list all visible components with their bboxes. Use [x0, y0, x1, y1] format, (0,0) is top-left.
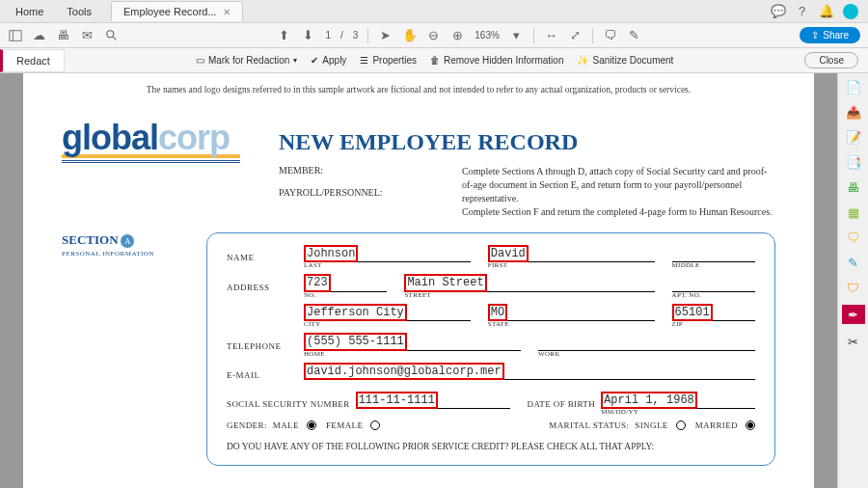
addr-street-value: Main Street	[404, 274, 486, 291]
highlight-icon[interactable]: ✎	[627, 28, 641, 42]
fit-width-icon[interactable]: ↔	[544, 28, 558, 42]
disclaimer-text: The names and logo designs referred to i…	[62, 85, 775, 95]
share-label: Share	[823, 30, 849, 41]
combine-icon[interactable]: ▦	[846, 204, 861, 220]
hand-icon[interactable]: ✋	[402, 28, 417, 42]
form-box: NAME JohnsonLAST DavidFIRST MIDDLE ADDRE…	[206, 232, 775, 466]
share-icon: ⇪	[811, 30, 819, 41]
single-radio[interactable]	[676, 420, 686, 430]
section-badge: A	[121, 234, 134, 248]
bell-icon[interactable]: 🔔	[819, 4, 833, 18]
main-toolbar: ☁ 🖶 ✉ ⬆ ⬇ 1 / 3 ➤ ✋ ⊖ ⊕ 163% ▾ ↔ ⤢ 🗨 ✎ ⇪…	[0, 23, 868, 48]
help-icon[interactable]: ?	[795, 4, 809, 18]
redact-tool-icon[interactable]: ✒	[842, 305, 865, 324]
email-value: david.johnson@globalcorp.mer	[304, 363, 504, 380]
fit-page-icon[interactable]: ⤢	[568, 28, 583, 42]
right-tool-panel: 📄 📤 📝 📑 🖶 ▦ 🗨 ✎ 🛡 ✒ ✂	[837, 73, 868, 488]
mark-for-redaction-button[interactable]: ▭Mark for Redaction ▾	[196, 55, 297, 66]
female-radio[interactable]	[370, 420, 380, 430]
zoom-in-icon[interactable]: ⊕	[450, 28, 465, 42]
page-down-icon[interactable]: ⬇	[301, 28, 315, 42]
apply-button[interactable]: ✔Apply	[311, 55, 346, 66]
pointer-icon[interactable]: ➤	[378, 28, 393, 42]
telephone-label: TELEPHONE	[227, 341, 304, 351]
ssn-label: SOCIAL SECURITY NUMBER	[227, 399, 350, 409]
page-sep: /	[340, 30, 343, 41]
svg-rect-0	[9, 30, 20, 41]
sanitize-icon: ✨	[577, 55, 588, 66]
svg-line-3	[112, 36, 116, 40]
redact-mode-label: Redact	[0, 49, 65, 72]
dob-label: DATE OF BIRTH	[528, 399, 596, 409]
prior-service-label: DO YOU HAVE ANY OF THE FOLLOWING PRIOR S…	[227, 442, 755, 451]
document-viewport[interactable]: The names and logo designs referred to i…	[0, 73, 837, 488]
protect-icon[interactable]: 🛡	[846, 280, 861, 295]
main-area: ▶ The names and logo designs referred to…	[0, 73, 868, 488]
logo: globalcorp	[62, 118, 240, 219]
save-icon[interactable]: ☁	[32, 28, 46, 42]
print-icon[interactable]: 🖶	[56, 28, 70, 42]
addr-city-value: Jefferson City	[304, 304, 407, 321]
close-tab-icon[interactable]: ✕	[223, 7, 231, 17]
svg-point-2	[106, 30, 113, 37]
search-icon[interactable]	[104, 28, 119, 42]
remove-icon: 🗑	[430, 55, 440, 66]
more-tools-icon[interactable]: ✂	[846, 334, 861, 349]
gender-label: GENDER:	[227, 420, 267, 430]
addr-zip-value: 65101	[672, 304, 713, 321]
chevron-down-icon[interactable]: ▾	[509, 28, 524, 42]
name-label: NAME	[227, 253, 304, 262]
organize-icon[interactable]: 🖶	[846, 179, 861, 195]
tab-document[interactable]: Employee Record... ✕	[111, 1, 243, 21]
section-header: SECTION A PERSONAL INFORMATION	[62, 232, 187, 466]
tab-tools[interactable]: Tools	[55, 2, 103, 21]
phone-home-value: (555) 555-1111	[304, 333, 407, 350]
dob-value: April 1, 1968	[601, 392, 697, 409]
app-tab-bar: Home Tools Employee Record... ✕ 💬 ? 🔔	[0, 0, 868, 23]
page-total: 3	[353, 30, 359, 41]
create-pdf-icon[interactable]: 📄	[846, 79, 861, 95]
ssn-value: 111-11-1111	[356, 392, 438, 409]
redact-toolbar: Redact ▭Mark for Redaction ▾ ✔Apply ☰Pro…	[0, 48, 868, 73]
mail-icon[interactable]: ✉	[80, 28, 95, 42]
email-label: E-MAIL	[227, 370, 304, 380]
properties-icon: ☰	[360, 55, 368, 66]
first-name-value: David	[488, 245, 529, 262]
fill-sign-icon[interactable]: 🗨	[846, 230, 861, 245]
apply-icon: ✔	[311, 55, 318, 66]
tab-home[interactable]: Home	[4, 2, 55, 21]
zoom-level[interactable]: 163%	[475, 30, 500, 41]
zoom-out-icon[interactable]: ⊖	[426, 28, 441, 42]
edit-pdf-icon[interactable]: 📝	[846, 129, 861, 145]
married-radio[interactable]	[746, 420, 755, 430]
chat-icon[interactable]: 💬	[771, 4, 785, 18]
page-up-icon[interactable]: ⬆	[277, 28, 291, 42]
remove-hidden-button[interactable]: 🗑Remove Hidden Information	[430, 55, 564, 66]
page-title: NEW EMPLOYEE RECORD	[279, 129, 775, 155]
male-radio[interactable]	[307, 420, 316, 430]
sidebar-toggle-icon[interactable]	[8, 28, 22, 42]
avatar[interactable]	[843, 4, 858, 19]
last-name-value: Johnson	[304, 245, 358, 262]
pdf-page: The names and logo designs referred to i…	[23, 73, 814, 488]
close-redact-button[interactable]: Close	[804, 52, 858, 68]
marital-label: MARITAL STATUS:	[549, 420, 629, 430]
tab-document-label: Employee Record...	[123, 6, 217, 17]
addr-state-value: MO	[488, 304, 507, 321]
comment-icon[interactable]: 🗨	[603, 28, 617, 42]
payroll-label: PAYROLL/PERSONNEL:	[279, 187, 423, 198]
send-icon[interactable]: ✎	[846, 255, 861, 270]
payroll-text: Complete Section F and return the comple…	[462, 205, 775, 219]
page-current[interactable]: 1	[325, 30, 331, 41]
mark-icon: ▭	[196, 55, 204, 66]
properties-button[interactable]: ☰Properties	[360, 55, 417, 66]
member-text: Complete Sections A through D, attach co…	[462, 165, 775, 205]
sanitize-button[interactable]: ✨Sanitize Document	[577, 55, 673, 66]
addr-no-value: 723	[304, 274, 331, 291]
comment-tool-icon[interactable]: 📑	[846, 154, 861, 170]
member-label: MEMBER:	[279, 165, 423, 176]
share-button[interactable]: ⇪ Share	[800, 27, 860, 43]
export-pdf-icon[interactable]: 📤	[846, 104, 861, 120]
address-label: ADDRESS	[227, 283, 304, 292]
